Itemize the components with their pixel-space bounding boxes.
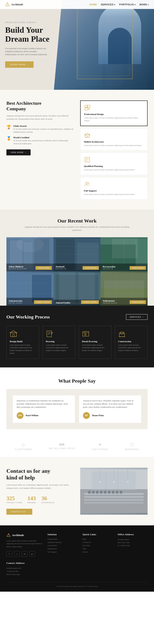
service-title-0: Professional Design: [84, 113, 144, 116]
contact-cta-button[interactable]: CONTACT US: [6, 509, 32, 515]
portfolio-btn-0[interactable]: VIEW MORE: [36, 266, 52, 270]
brand-icon-2: ✦: [92, 442, 108, 447]
portfolio-description: Suppose and get lore sum pores general m…: [24, 226, 130, 232]
portfolio-btn-5[interactable]: VIEW MORE: [130, 300, 146, 304]
service-desc-3: Lorem ipsum dolor sit amet consectetur a…: [84, 193, 144, 196]
portfolio-grid: Jefrey Binford DESIGN BUILDING VIEW MORE…: [6, 237, 148, 306]
about-left: Best Architecture Company Suppose and ge…: [6, 100, 74, 201]
footer-bottom: © 2023 Architude. All Rights Reserved. |…: [6, 582, 148, 587]
svg-rect-77: [100, 491, 102, 494]
portfolio-btn-3[interactable]: LEARN MORE: [34, 300, 52, 304]
service-icon-0: [84, 104, 91, 111]
award-globe-text: Globe Award Or et enim pede eros euismod…: [13, 124, 74, 134]
brand-icon-3: ⬡: [125, 442, 140, 447]
author-name-1: Duane Pixley: [92, 414, 104, 416]
service-title-2: Qualified Planning: [84, 165, 144, 167]
footer-link-1-0[interactable]: Blog: [82, 538, 112, 540]
stat-0: 325 PROJECT DONE: [6, 495, 22, 504]
process-step-desc-2: Lorem ipsum dolor sit amet consectetur a…: [82, 344, 108, 352]
about-title: Best Architecture Company: [6, 100, 74, 112]
brand-icon-0: ◇: [15, 442, 32, 447]
footer-link-1-3[interactable]: FAQ: [82, 548, 112, 550]
process-icon-0: [10, 330, 17, 338]
award-certified: 🏅 World Certified Or et enim pede eros e…: [6, 136, 74, 145]
contact-right: [80, 468, 148, 515]
navbar: Architude HOME SERVICES PORTFOLIO MORE: [0, 0, 154, 9]
brand-name-2: CALIFORNIA: [92, 448, 108, 450]
recent-work-section: Our Recent Work Suppose and get lore sum…: [0, 210, 154, 306]
svg-rect-50: [10, 333, 16, 337]
stat-1: 143 MEMBER: [28, 495, 36, 504]
brand-2: ✦ CALIFORNIA: [92, 442, 108, 450]
svg-rect-81: [116, 491, 118, 494]
svg-rect-78: [104, 491, 106, 494]
brand-name-3: WARWOOD: [125, 448, 140, 450]
footer-link-1-2[interactable]: Our Team: [82, 544, 112, 546]
avatar-0: HW: [17, 412, 24, 419]
footer-top: Architude Lorem ipsum dolor sit amet con…: [6, 533, 148, 576]
logo-icon: [5, 2, 10, 7]
process-icon-3: [118, 330, 126, 338]
footer-link-1-1[interactable]: Contact Us: [82, 542, 112, 543]
nav-home[interactable]: HOME: [90, 3, 97, 6]
portfolio-item-3: Atmanarwine DETAIL WORK LEARN MORE: [6, 272, 54, 306]
hero-cta-button[interactable]: LEARN MORE: [5, 61, 34, 68]
footer-social: f t in g+: [6, 551, 42, 556]
footer: Architude Lorem ipsum dolor sit amet con…: [0, 525, 154, 592]
process-section: Our Working Process SERVICES Design Buil…: [0, 306, 154, 368]
footer-logo-text: Architude: [12, 534, 24, 537]
brand-icon-1: WR: [49, 443, 75, 446]
stat-label-2: EXPERIENCE: [42, 502, 55, 504]
portfolio-btn-2[interactable]: VIEW MORE: [130, 266, 146, 270]
process-title: Our Working Process: [6, 314, 50, 320]
contact-description: Lorem ipsum dolor sit, consectetur adipi…: [6, 484, 74, 490]
process-step-title-2: Detail Drawing: [82, 340, 108, 343]
process-card-2: Detail Drawing Lorem ipsum dolor sit ame…: [79, 326, 112, 359]
footer-link-1-4[interactable]: Career: [82, 551, 112, 553]
brands-section: ◇ CLIENTNAME WR WR WILLIAMS ROSS ✦ CALIF…: [0, 436, 154, 457]
social-twitter[interactable]: t: [14, 551, 20, 556]
process-step-title-1: Drawing: [46, 340, 72, 343]
stat-number-1: 143: [28, 495, 36, 502]
nav-more[interactable]: MORE: [140, 3, 149, 6]
social-googleplus[interactable]: g+: [30, 551, 35, 556]
hero-subtitle: Architecture Agency: [5, 21, 50, 24]
footer-col-list-1: Blog Contact Us Our Team FAQ Career: [82, 538, 112, 553]
portfolio-btn-4[interactable]: LEARN MORE: [81, 300, 99, 304]
svg-point-18: [88, 182, 89, 184]
nav-links: HOME SERVICES PORTFOLIO MORE: [90, 3, 149, 6]
nav-services[interactable]: SERVICES: [101, 3, 115, 6]
footer-logo: Architude: [6, 533, 42, 537]
brand-name-1: WR WILLIAMS ROSS: [49, 447, 75, 450]
svg-rect-53: [47, 331, 52, 337]
view-more-button[interactable]: VIEW MORE: [6, 150, 30, 156]
footer-link-0-1[interactable]: Qualified Planning: [48, 542, 78, 543]
social-linkedin[interactable]: in: [22, 551, 28, 556]
process-step-desc-0: Lorem ipsum dolor sit amet consectetur a…: [10, 344, 36, 355]
portfolio-btn-1[interactable]: VIEW MORE: [82, 266, 99, 270]
svg-point-17: [86, 182, 87, 184]
services-button[interactable]: SERVICES: [126, 314, 148, 320]
nav-portfolio[interactable]: PORTFOLIO: [119, 3, 136, 6]
footer-link-0-3[interactable]: Architecture: [48, 548, 78, 550]
portfolio-item-5: Yedirmotter DESIGN BUILD VIEW MORE: [100, 272, 148, 306]
process-icon-2: [82, 330, 90, 338]
process-header: Our Working Process SERVICES: [6, 314, 148, 320]
portfolio-header: Our Recent Work Suppose and get lore sum…: [6, 218, 148, 232]
svg-rect-82: [120, 491, 122, 494]
svg-rect-72: [84, 499, 144, 500]
footer-address: No Main Street New York, USA 01 XYRES US…: [118, 538, 148, 548]
copyright-text: © 2023 Architude. All Rights Reserved. |…: [56, 586, 98, 587]
social-facebook[interactable]: f: [6, 551, 12, 556]
footer-link-0-2[interactable]: Construction: [48, 544, 78, 546]
footer-link-0-0[interactable]: Design Build: [48, 538, 78, 540]
process-step-desc-1: Lorem ipsum dolor sit amet consectetur a…: [46, 344, 72, 352]
svg-point-62: [85, 334, 86, 335]
brand-1: WR WR WILLIAMS ROSS: [49, 443, 75, 450]
site-logo[interactable]: Architude: [5, 2, 23, 7]
svg-rect-5: [85, 105, 87, 108]
contact-image: [80, 468, 148, 515]
service-desc-0: Lorem ipsum dolor sit amet consectetur a…: [84, 117, 144, 122]
footer-link-0-4[interactable]: Full Support: [48, 551, 78, 553]
service-title-1: Skilled Architecture: [84, 140, 144, 143]
